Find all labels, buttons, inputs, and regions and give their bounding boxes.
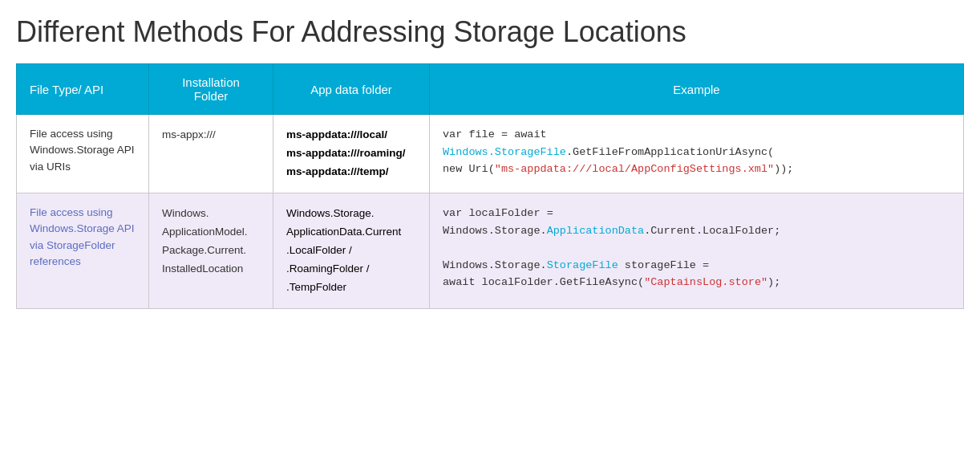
header-file-type: File Type/ API bbox=[17, 64, 149, 115]
main-table: File Type/ API InstallationFolder App da… bbox=[16, 63, 964, 309]
cell-app-data: Windows.Storage.ApplicationData.Current.… bbox=[273, 193, 430, 309]
cell-file-type: File access using Windows.Storage API vi… bbox=[17, 193, 149, 309]
cell-install-folder: ms-appx:/// bbox=[149, 115, 273, 193]
cell-install-folder: Windows. ApplicationModel. Package.Curre… bbox=[149, 193, 273, 309]
cell-example: var localFolder = Windows.Storage.Applic… bbox=[430, 193, 964, 309]
page-wrapper: Different Methods For Addressing Storage… bbox=[0, 0, 980, 325]
cell-example: var file = await Windows.StorageFile.Get… bbox=[430, 115, 964, 193]
table-row: File access using Windows.Storage API vi… bbox=[17, 193, 964, 309]
header-install-folder: InstallationFolder bbox=[149, 64, 273, 115]
cell-app-data: ms-appdata:///local/ms-appdata:///roamin… bbox=[273, 115, 430, 193]
table-row: File access using Windows.Storage API vi… bbox=[17, 115, 964, 193]
page-title: Different Methods For Addressing Storage… bbox=[16, 14, 964, 49]
table-body: File access using Windows.Storage API vi… bbox=[17, 115, 964, 309]
table-header-row: File Type/ API InstallationFolder App da… bbox=[17, 64, 964, 115]
header-app-data: App data folder bbox=[273, 64, 430, 115]
cell-file-type: File access using Windows.Storage API vi… bbox=[17, 115, 149, 193]
header-example: Example bbox=[430, 64, 964, 115]
